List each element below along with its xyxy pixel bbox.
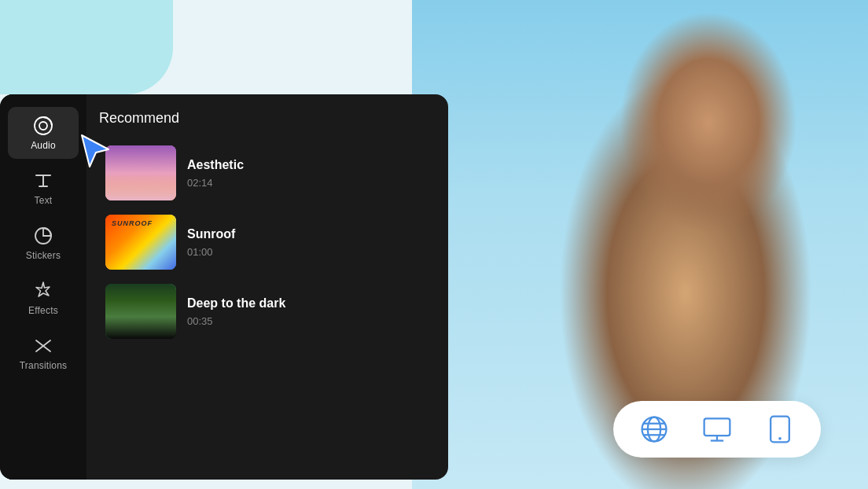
audio-icon [32,115,54,137]
sidebar-item-stickers[interactable]: Stickers [8,217,79,269]
track-duration-aesthetic: 02:14 [187,177,429,189]
track-info-sunroof: Sunroof 01:00 [187,227,429,258]
track-list: Aesthetic 02:14 SUNROOF Sunroof 01:00 [99,141,436,344]
text-icon [32,170,54,192]
track-thumb-aesthetic [105,145,176,200]
aesthetic-clouds [105,177,176,200]
app-panel: Audio Text Stickers [0,94,448,480]
track-name-aesthetic: Aesthetic [187,158,429,172]
svg-point-9 [778,437,782,440]
transitions-label: Transitions [20,360,67,371]
stickers-label: Stickers [26,250,61,261]
effects-icon [32,280,54,302]
track-item-sunroof[interactable]: SUNROOF Sunroof 01:00 [99,210,436,274]
sticker-icon [32,225,54,247]
cursor-arrow [75,132,115,171]
deep-bg [105,284,176,339]
sidebar: Audio Text Stickers [0,94,86,480]
tablet-icon[interactable] [763,412,797,447]
track-info-aesthetic: Aesthetic 02:14 [187,158,429,189]
audio-label: Audio [31,140,56,151]
svg-marker-13 [82,135,108,167]
track-thumb-sunroof: SUNROOF [105,215,176,270]
effects-label: Effects [28,305,58,316]
track-info-deep: Deep to the dark 00:35 [187,296,429,327]
sunroof-text-label: SUNROOF [112,219,153,227]
text-label: Text [35,195,53,206]
section-title: Recommend [99,110,436,127]
track-item-deep[interactable]: Deep to the dark 00:35 [99,279,436,344]
web-icon[interactable] [637,412,671,447]
track-thumb-deep [105,284,176,339]
track-name-sunroof: Sunroof [187,227,429,241]
transitions-icon [32,335,54,357]
sidebar-item-effects[interactable]: Effects [8,272,79,324]
svg-point-11 [39,122,47,130]
sidebar-item-transitions[interactable]: Transitions [8,327,79,379]
bg-decoration-tl [0,0,173,94]
device-toolbar [613,401,821,458]
monitor-icon[interactable] [700,412,734,447]
track-duration-sunroof: 01:00 [187,246,429,258]
track-name-deep: Deep to the dark [187,296,429,311]
sidebar-item-audio[interactable]: Audio [8,107,79,159]
svg-rect-5 [704,418,730,436]
track-duration-deep: 00:35 [187,315,429,327]
track-item-aesthetic[interactable]: Aesthetic 02:14 [99,141,436,205]
sidebar-item-text[interactable]: Text [8,162,79,214]
content-area: Recommend Aesthetic 02:14 SUNROOF [86,94,448,480]
